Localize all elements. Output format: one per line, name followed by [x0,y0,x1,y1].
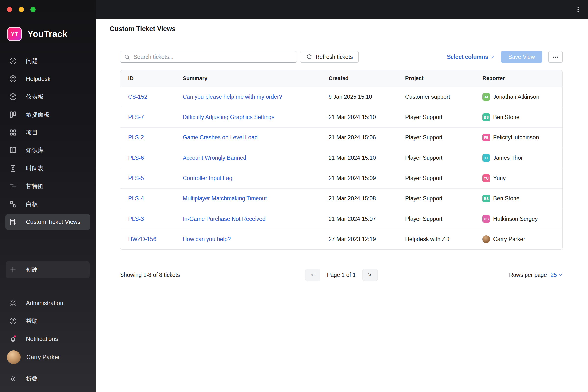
ticket-created: 21 Mar 2024 15:10 [328,107,405,128]
select-columns-button[interactable]: Select columns [447,54,495,60]
ticket-reporter: HSHutkinson Sergey [482,215,562,223]
ticket-id-link[interactable]: PLS-2 [128,134,144,141]
reporter-avatar: JT [482,154,490,162]
next-page-button[interactable]: > [362,269,378,281]
toolbar: Refresh tickets Select columns Save View [120,51,562,63]
table-header-row: IDSummaryCreatedProjectReporter [120,70,562,87]
sidebar-bottom-nav: Administration帮助Notifications [0,294,96,348]
zoom-window-button[interactable] [30,7,36,12]
ticket-id-link[interactable]: PLS-5 [128,175,144,181]
ticket-summary-link[interactable]: How can you help? [183,236,231,242]
save-view-button[interactable]: Save View [501,51,542,63]
sidebar-item-whiteboards[interactable]: 白板 [0,195,96,213]
chevron-down-icon [490,55,495,60]
page-header: Custom Ticket Views [96,18,588,40]
dashboards-icon [9,92,17,101]
page-title: Custom Ticket Views [110,25,176,33]
reporter-name: James Thor [493,154,523,161]
sidebar-item-timesheets[interactable]: 时间表 [0,159,96,177]
sidebar-item-label: 甘特图 [26,182,44,190]
ticket-summary-link[interactable]: In-Game Purchase Not Received [183,216,266,222]
ticket-created: 21 Mar 2024 15:08 [328,188,405,209]
sidebar-item-label: Custom Ticket Views [26,218,80,226]
ticket-id-link[interactable]: HWZD-156 [128,236,156,242]
ticket-summary-link[interactable]: Account Wrongly Banned [183,154,246,161]
bell-icon [9,335,17,343]
ticket-id-link[interactable]: PLS-3 [128,216,144,222]
collapse-sidebar-button[interactable]: 折叠 [0,370,96,388]
ticket-summary-link[interactable]: Controller Input Lag [183,175,232,181]
reporter-name: Hutkinson Sergey [493,216,538,222]
sidebar-item-issues[interactable]: 问题 [0,52,96,70]
showing-count: Showing 1-8 of 8 tickets [120,272,180,278]
ticket-project: Player Support [405,107,482,128]
rows-per-page-value: 25 [550,272,557,278]
user-name: Carry Parker [26,354,60,361]
search-box [120,51,297,63]
column-header-project[interactable]: Project [405,70,482,87]
rows-per-page-select[interactable]: 25 [550,272,562,278]
timesheet-icon [9,164,17,172]
sidebar-user[interactable]: Carry Parker [0,348,96,367]
sidebar-item-knowledge-base[interactable]: 知识库 [0,141,96,159]
sidebar-item-agile-boards[interactable]: 敏捷面板 [0,106,96,124]
chevron-down-icon [558,273,562,277]
column-header-created[interactable]: Created [328,70,405,87]
ticket-project: Customer support [405,87,482,107]
ticket-created: 21 Mar 2024 15:06 [328,128,405,148]
sidebar-item-help[interactable]: 帮助 [0,312,96,330]
ticket-summary-link[interactable]: Game Crashes on Level Load [183,134,258,141]
ticket-reporter: JTJames Thor [482,154,562,162]
sidebar-item-helpdesk[interactable]: Helpdesk [0,70,96,88]
sidebar: YT YouTrack 问题Helpdesk仪表板敏捷面板项目知识库时间表甘特图… [0,0,96,392]
more-options-button[interactable] [548,51,562,63]
ticket-id-link[interactable]: PLS-7 [128,114,144,120]
ticket-created: 21 Mar 2024 15:09 [328,168,405,188]
column-header-summary[interactable]: Summary [183,70,328,87]
create-button[interactable]: 创建 [6,261,90,278]
collapse-icon [9,374,17,383]
reporter-avatar: HS [482,215,490,223]
ticket-views-icon [9,218,17,226]
ticket-project: Player Support [405,209,482,229]
sidebar-item-gantt-charts[interactable]: 甘特图 [0,177,96,195]
ticket-id-link[interactable]: CS-152 [128,94,147,100]
reporter-avatar: BS [482,114,490,121]
gantt-icon [9,182,17,190]
close-window-button[interactable] [7,7,12,12]
reporter-avatar: YU [482,174,490,182]
ticket-table-body: CS-152Can you please help me with my ord… [120,87,562,250]
window-menu-icon[interactable] [573,4,584,15]
pagination: < Page 1 of 1 > [305,269,378,281]
ticket-summary-link[interactable]: Multiplayer Matchmaking Timeout [183,195,267,202]
create-button-label: 创建 [26,266,38,274]
sidebar-item-label: 仪表板 [26,93,44,101]
ticket-id-link[interactable]: PLS-4 [128,195,144,202]
sidebar-item-notifications[interactable]: Notifications [0,330,96,348]
prev-page-button[interactable]: < [305,269,320,281]
ticket-id-link[interactable]: PLS-6 [128,154,144,161]
ticket-reporter: FEFelicityHutchinson [482,134,562,141]
app-logo[interactable]: YT YouTrack [7,27,96,41]
ticket-summary-link[interactable]: Difficulty Adjusting Graphics Settings [183,114,274,120]
ticket-summary-link[interactable]: Can you please help me with my order? [183,94,282,100]
ticket-created: 9 Jan 2025 15:10 [328,87,405,107]
traffic-lights [7,7,36,12]
projects-icon [9,128,17,137]
sidebar-item-custom-ticket-views[interactable]: Custom Ticket Views [6,214,90,230]
search-input[interactable] [134,54,293,60]
sidebar-item-projects[interactable]: 项目 [0,124,96,141]
table-row: PLS-6Account Wrongly Banned21 Mar 2024 1… [120,148,562,168]
reporter-name: Yuriy [493,175,506,182]
column-header-id[interactable]: ID [120,70,183,87]
search-icon [124,54,130,60]
minimize-window-button[interactable] [18,7,24,12]
reporter-avatar: FE [482,134,490,141]
sidebar-item-administration[interactable]: Administration [0,294,96,312]
main-content: Custom Ticket Views Refresh tickets Sele… [96,18,588,392]
column-header-reporter[interactable]: Reporter [482,70,562,87]
collapse-label: 折叠 [26,375,38,383]
sidebar-item-label: Administration [26,300,63,306]
sidebar-item-dashboards[interactable]: 仪表板 [0,88,96,106]
refresh-tickets-button[interactable]: Refresh tickets [300,51,359,63]
